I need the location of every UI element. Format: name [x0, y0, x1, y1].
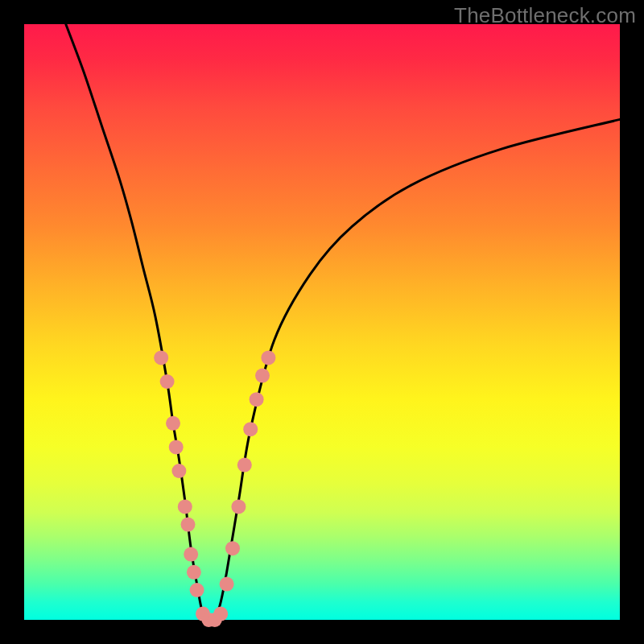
marker-dot [220, 577, 234, 592]
marker-dot [243, 422, 258, 436]
marker-dot [213, 607, 228, 621]
marker-dot [169, 440, 184, 454]
marker-dot [261, 350, 275, 365]
marker-dot [160, 374, 175, 389]
marker-dot [171, 464, 186, 478]
marker-dot [154, 350, 168, 365]
marker-dot [178, 499, 192, 514]
marker-dot [237, 458, 252, 473]
marker-dot [187, 565, 201, 580]
marker-dot [184, 547, 198, 562]
marker-dot [181, 518, 196, 532]
watermark-text: TheBottleneck.com [454, 3, 636, 28]
chart-frame: TheBottleneck.com [0, 0, 644, 644]
marker-dot [231, 499, 246, 514]
marker-dot [255, 369, 270, 383]
bottleneck-curve [66, 24, 620, 621]
markers-layer [154, 350, 275, 627]
chart-svg [24, 24, 620, 620]
marker-dot [225, 541, 240, 555]
marker-dot [250, 392, 264, 407]
marker-dot [166, 416, 180, 431]
marker-dot [190, 583, 204, 597]
curve-layer [66, 24, 620, 621]
